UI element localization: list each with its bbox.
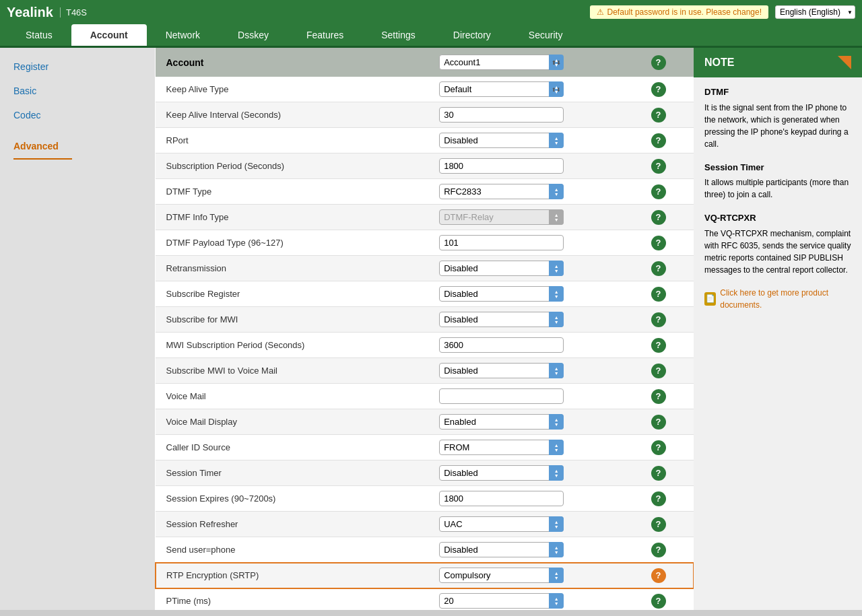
note-session-timer-title: Session Timer [704,161,851,174]
row-value[interactable]: UAC [428,512,640,537]
keep-alive-type-select[interactable]: Default [439,81,564,97]
note-docs-link[interactable]: 📄 Click here to get more product documen… [704,287,851,311]
row-value[interactable] [428,486,640,512]
note-dtmf-title: DTMF [704,85,851,99]
tab-security[interactable]: Security [510,24,582,46]
row-label: Send user=phone [156,537,429,563]
mwi-period-input[interactable] [439,337,564,353]
row-label: Keep Alive Interval (Seconds) [156,102,429,128]
sidebar-item-advanced[interactable]: Advanced [13,134,72,160]
language-selector-wrapper[interactable]: English (English) [775,5,855,19]
tab-status[interactable]: Status [7,24,71,46]
row-value[interactable] [428,384,640,409]
row-value[interactable] [428,230,640,256]
row-value[interactable]: FROM [428,435,640,460]
row-value[interactable]: Disabled [428,307,640,333]
row-value[interactable]: Disabled [428,281,640,307]
row-value[interactable]: Disabled [428,537,640,563]
ptime-help[interactable]: ? [651,594,666,609]
tab-network[interactable]: Network [147,24,219,46]
session-refresher-select[interactable]: UAC [439,516,564,532]
sidebar-item-register[interactable]: Register [0,55,155,79]
session-expires-input[interactable] [439,491,564,506]
keep-alive-interval-help[interactable]: ? [651,108,666,123]
tab-account[interactable]: Account [71,24,147,46]
dtmf-payload-input[interactable] [439,235,564,250]
row-label: Subscribe MWI to Voice Mail [156,358,429,384]
dtmf-type-help[interactable]: ? [651,184,666,199]
subscribe-mwi-voicemail-help[interactable]: ? [651,364,666,378]
row-value[interactable] [428,333,640,358]
subscribe-mwi-voicemail-select[interactable]: Disabled [439,363,564,378]
account-help-icon[interactable]: ? [651,55,666,70]
row-value[interactable]: Disabled [428,128,640,153]
session-expires-help[interactable]: ? [651,491,666,506]
mwi-period-help[interactable]: ? [651,338,666,353]
row-label: MWI Subscription Period (Seconds) [156,333,429,358]
dtmf-payload-help[interactable]: ? [651,236,666,250]
rport-select[interactable]: Disabled [439,133,564,148]
send-user-phone-help[interactable]: ? [651,543,666,557]
language-select[interactable]: English (English) [775,5,855,19]
caller-id-source-select[interactable]: FROM [439,440,564,455]
note-body: DTMF It is the signal sent from the IP p… [694,77,862,319]
col-header-label: Account [156,48,429,77]
keep-alive-interval-input[interactable] [439,107,564,123]
row-value[interactable]: 20 [428,588,640,611]
dtmf-info-type-select[interactable]: DTMF-Relay [439,209,564,225]
voice-mail-help[interactable]: ? [651,389,666,404]
tab-directory[interactable]: Directory [434,24,510,46]
row-value[interactable] [428,102,640,128]
tab-settings[interactable]: Settings [362,24,434,46]
row-value[interactable]: Disabled [428,256,640,281]
tab-features[interactable]: Features [288,24,362,46]
account-select-wrapper[interactable]: Account1 [439,55,564,70]
rtp-encryption-select[interactable]: Compulsory [439,568,564,583]
voice-mail-input[interactable] [439,388,564,404]
table-row: Session Expires (90~7200s) ? [156,486,694,512]
tab-dsskey[interactable]: Dsskey [219,24,288,46]
retransmission-help[interactable]: ? [651,261,666,276]
sidebar: Register Basic Codec Advanced [0,48,155,610]
session-timer-select[interactable]: Disabled [439,465,564,481]
session-refresher-help[interactable]: ? [651,517,666,532]
content-area: Account Account1 ? [155,48,694,610]
table-row: Keep Alive Type Default ? [156,77,694,102]
row-label: Voice Mail Display [156,409,429,435]
account-select[interactable]: Account1 [439,55,564,70]
row-value[interactable]: RFC2833 [428,179,640,205]
table-row: Session Timer Disabled ? [156,460,694,486]
row-value[interactable]: Default [428,77,640,102]
brand-name: Yealink [7,5,53,20]
row-value[interactable]: DTMF-Relay ▲ ▼ [428,205,640,230]
subscription-period-input[interactable] [439,158,564,174]
rport-help[interactable]: ? [651,133,666,148]
subscribe-mwi-help[interactable]: ? [651,312,666,327]
table-row: DTMF Payload Type (96~127) ? [156,230,694,256]
table-row: Retransmission Disabled ? [156,256,694,281]
subscribe-register-help[interactable]: ? [651,287,666,302]
sidebar-item-basic[interactable]: Basic [0,79,155,103]
rtp-encryption-help[interactable]: ? [651,568,666,583]
ptime-select[interactable]: 20 [439,593,564,609]
sidebar-item-codec[interactable]: Codec [0,103,155,127]
dtmf-info-type-help[interactable]: ? [651,210,666,225]
row-value[interactable]: Enabled [428,409,640,435]
row-value[interactable]: Disabled [428,460,640,486]
session-timer-help[interactable]: ? [651,466,666,481]
row-value[interactable]: Compulsory [428,563,640,588]
retransmission-select[interactable]: Disabled [439,261,564,276]
subscription-period-help[interactable]: ? [651,159,666,174]
row-value[interactable]: Disabled [428,358,640,384]
keep-alive-type-help[interactable]: ? [651,82,666,97]
subscribe-mwi-select[interactable]: Disabled [439,312,564,327]
dtmf-type-select[interactable]: RFC2833 [439,184,564,199]
send-user-phone-select[interactable]: Disabled [439,542,564,557]
caller-id-source-help[interactable]: ? [651,440,666,455]
subscribe-register-select[interactable]: Disabled [439,286,564,302]
note-section-session-timer: Session Timer It allows multiple partici… [704,161,851,201]
row-value[interactable] [428,153,640,179]
voice-mail-display-help[interactable]: ? [651,415,666,430]
table-row: MWI Subscription Period (Seconds) ? [156,333,694,358]
voice-mail-display-select[interactable]: Enabled [439,414,564,430]
